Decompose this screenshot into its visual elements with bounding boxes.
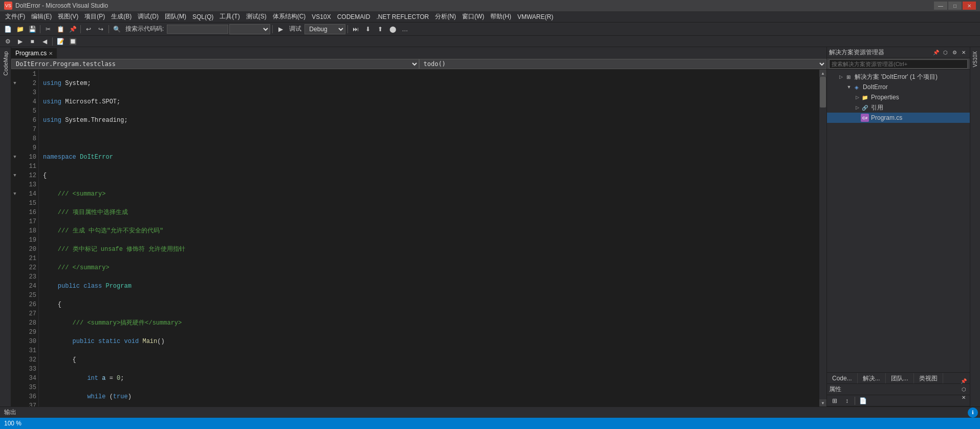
code-content[interactable]: using System; using Microsoft.SPOT; usin… (39, 70, 819, 406)
step-in-button[interactable]: ⬇ (362, 24, 374, 34)
prop-page-button[interactable]: 📄 (857, 396, 868, 406)
menu-debug[interactable]: 调试(D) (135, 11, 162, 22)
method-selector[interactable]: todo() (419, 59, 827, 69)
vs10x-vtab[interactable]: VS10X (971, 49, 979, 69)
redo-button[interactable]: ↪ (95, 24, 106, 34)
scroll-up-button[interactable]: ▲ (819, 70, 826, 77)
ln-30: 30 (20, 337, 36, 346)
class-selector[interactable]: DoItError.Program.testclass (11, 59, 419, 69)
code-tab[interactable]: Code... (827, 373, 858, 383)
menu-test[interactable]: 测试(S) (243, 11, 270, 22)
config-dropdown[interactable]: Debug (304, 24, 345, 34)
solution-explorer-header: 解决方案资源管理器 📌 ⬡ ⚙ ✕ (827, 47, 970, 58)
scroll-track[interactable] (819, 77, 826, 399)
breakpoint-button[interactable]: ⬤ (387, 24, 398, 34)
toolbar-separator-1 (40, 25, 40, 33)
menu-codemaid[interactable]: CODEMAID (334, 12, 374, 22)
ln-20: 20 (20, 245, 36, 254)
program-cs-tab[interactable]: Program.cs ✕ (11, 48, 57, 58)
menu-sql[interactable]: SQL(Q) (189, 12, 216, 22)
tb2-btn6[interactable]: 🔲 (67, 36, 78, 47)
code-line-16: { (43, 355, 819, 364)
code-line-12: public class Program (43, 282, 819, 291)
menu-view[interactable]: 视图(V) (55, 11, 81, 22)
tab-close-icon[interactable]: ✕ (49, 51, 53, 56)
editor-container: Program.cs ✕ DoItError.Program.testclass… (11, 47, 826, 406)
references-node[interactable]: ▷ 🔗 引用 (827, 102, 970, 113)
undo-button[interactable]: ↩ (83, 24, 94, 34)
expand-icon[interactable]: ⬡ (941, 49, 949, 57)
notification-icon[interactable]: ℹ (968, 407, 978, 418)
scroll-thumb[interactable] (820, 77, 826, 108)
cut-button[interactable]: ✂ (42, 24, 54, 34)
project-expand[interactable]: ▼ (845, 83, 853, 91)
menu-file[interactable]: 文件(F) (2, 11, 28, 22)
pin-icon[interactable]: 📌 (932, 49, 940, 57)
tb2-btn2[interactable]: ▶ (14, 36, 26, 47)
prop-expand-icon[interactable]: ⬡ (960, 385, 968, 394)
menu-analyze[interactable]: 分析(N) (432, 11, 459, 22)
paste-button[interactable]: 📌 (67, 24, 78, 34)
refs-expand[interactable]: ▷ (854, 104, 861, 111)
search-icon[interactable]: 🔍 (111, 24, 122, 34)
menu-edit[interactable]: 编辑(E) (28, 11, 55, 22)
prop-pin-icon[interactable]: 📌 (960, 377, 968, 385)
codemap-tab[interactable]: CodeMap (2, 49, 10, 78)
collapse-4[interactable]: ▼ (11, 189, 18, 199)
ln-10: 10 (20, 153, 36, 162)
tb2-btn4[interactable]: ◀ (39, 36, 50, 47)
step-out-button[interactable]: ⬆ (375, 24, 386, 34)
csharp-file-icon: C# (861, 114, 869, 122)
program-cs-node[interactable]: ▷ C# Program.cs (827, 113, 970, 123)
open-button[interactable]: 📁 (14, 24, 26, 34)
menu-project[interactable]: 项目(P) (81, 11, 108, 22)
tb2-btn1[interactable]: ⚙ (2, 36, 13, 47)
new-file-button[interactable]: 📄 (2, 24, 13, 34)
more-button[interactable]: … (399, 24, 410, 34)
close-button[interactable]: ✕ (963, 2, 976, 10)
minimize-button[interactable]: — (934, 2, 947, 10)
references-label: 引用 (871, 103, 968, 112)
restore-button[interactable]: □ (948, 2, 962, 10)
code-editor[interactable]: ▼ ▼ ▼ ▼ 1 2 3 4 5 6 7 8 9 10 11 (11, 70, 819, 406)
menu-help[interactable]: 帮助(H) (487, 11, 514, 22)
classview-tab[interactable]: 类视图 (914, 373, 943, 383)
search-dropdown[interactable] (229, 24, 270, 34)
team-tab[interactable]: 团队... (886, 373, 914, 383)
menu-reflector[interactable]: .NET REFLECTOR (373, 12, 432, 22)
settings-icon[interactable]: ⚙ (950, 49, 959, 57)
start-button[interactable]: ▶ (275, 24, 286, 34)
ln-22: 22 (20, 263, 36, 272)
menu-window[interactable]: 窗口(W) (459, 11, 487, 22)
copy-button[interactable]: 📋 (55, 24, 66, 34)
solution-search-input[interactable] (829, 59, 968, 69)
close-icon[interactable]: ✕ (960, 49, 968, 57)
save-button[interactable]: 💾 (27, 24, 38, 34)
menu-arch[interactable]: 体系结构(C) (270, 11, 309, 22)
expand-arrow[interactable]: ▷ (837, 73, 844, 80)
props-expand[interactable]: ▷ (854, 94, 861, 101)
menu-team[interactable]: 团队(M) (162, 11, 189, 22)
prop-cat-button[interactable]: ⊞ (829, 396, 840, 406)
solution-node[interactable]: ▷ ⊞ 解决方案 'DoItError' (1 个项目) (827, 72, 970, 82)
menu-vmware[interactable]: VMWARE(R) (514, 12, 556, 22)
collapse-1[interactable]: ▼ (11, 79, 18, 88)
code-line-17: int a = 0; (43, 374, 819, 383)
ln-15: 15 (20, 199, 36, 208)
project-node[interactable]: ▼ ◈ DoItError (827, 82, 970, 92)
properties-node[interactable]: ▷ 📁 Properties (827, 92, 970, 102)
collapse-3[interactable]: ▼ (11, 171, 18, 180)
collapse-2[interactable]: ▼ (11, 153, 18, 162)
menu-build[interactable]: 生成(B) (108, 11, 135, 22)
step-over-button[interactable]: ⏭ (350, 24, 361, 34)
tb2-btn5[interactable]: 📝 (55, 36, 66, 47)
solution-tab[interactable]: 解决... (858, 373, 886, 383)
editor-scrollbar[interactable]: ▲ ▼ (819, 70, 826, 406)
search-input[interactable] (167, 25, 228, 34)
tb2-btn3[interactable]: ■ (27, 36, 38, 47)
prop-sort-button[interactable]: ↕ (841, 396, 853, 406)
menu-vs10x[interactable]: VS10X (309, 12, 334, 22)
scroll-down-button[interactable]: ▼ (819, 399, 826, 406)
menu-tools[interactable]: 工具(T) (216, 11, 243, 22)
prop-close-icon[interactable]: ✕ (960, 394, 968, 402)
